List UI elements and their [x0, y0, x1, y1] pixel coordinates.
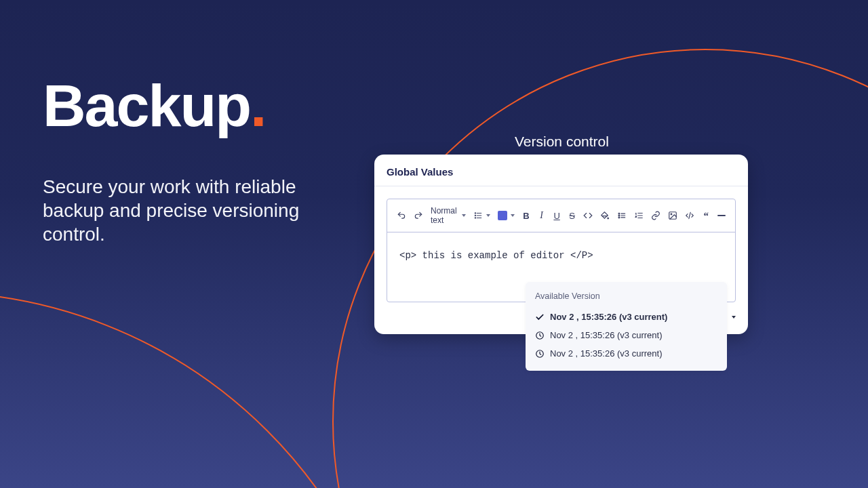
color-swatch — [498, 211, 507, 220]
headline: Backup. — [43, 71, 265, 140]
version-item[interactable]: Nov 2 , 15:35:26 (v3 current) — [535, 326, 717, 344]
link-icon[interactable] — [651, 210, 660, 221]
subheadline: Secure your work with reliable backup an… — [43, 175, 334, 246]
version-item[interactable]: Nov 2 , 15:35:26 (v3 current) — [535, 344, 717, 363]
horizontal-rule-button[interactable] — [717, 210, 726, 221]
numbered-list-button[interactable] — [634, 210, 644, 221]
headline-dot: . — [250, 72, 265, 139]
version-item-current[interactable]: Nov 2 , 15:35:26 (v3 current) — [535, 308, 717, 326]
svg-point-5 — [475, 218, 476, 218]
color-picker[interactable] — [498, 211, 515, 220]
chevron-down-icon — [732, 316, 736, 319]
card-divider — [374, 186, 748, 186]
editor-card: Global Values Normal text — [374, 155, 748, 334]
version-item-label: Nov 2 , 15:35:26 (v3 current) — [550, 348, 662, 359]
code-block-icon[interactable] — [685, 210, 694, 221]
editor-toolbar: Normal text B I U S — [387, 199, 735, 232]
text-style-dropdown[interactable]: Normal text — [431, 206, 466, 225]
strikethrough-button[interactable]: S — [568, 210, 576, 221]
version-popover: Available Version Nov 2 , 15:35:26 (v3 c… — [526, 282, 727, 371]
version-popover-title: Available Version — [535, 291, 717, 301]
chevron-down-icon — [462, 214, 466, 217]
decorative-arc-bottom — [0, 291, 407, 488]
paint-bucket-icon[interactable] — [600, 210, 610, 221]
headline-text: Backup — [43, 72, 250, 139]
svg-point-6 — [608, 218, 609, 219]
code-inline-button[interactable] — [583, 210, 593, 221]
svg-point-3 — [475, 213, 476, 214]
chevron-down-icon — [511, 214, 515, 217]
clock-icon — [535, 349, 545, 359]
marketing-slide: Backup. Secure your work with reliable b… — [0, 0, 868, 488]
text-style-label: Normal text — [431, 206, 458, 225]
svg-point-7 — [618, 213, 620, 214]
svg-line-18 — [689, 212, 690, 218]
check-icon — [535, 312, 545, 322]
clock-icon — [535, 331, 545, 340]
undo-icon[interactable] — [397, 210, 406, 221]
version-item-label: Nov 2 , 15:35:26 (v3 current) — [550, 312, 667, 322]
image-icon[interactable] — [668, 210, 677, 221]
underline-button[interactable]: U — [553, 210, 561, 221]
card-title: Global Values — [374, 155, 748, 186]
svg-point-9 — [618, 217, 620, 218]
rich-text-editor: Normal text B I U S — [387, 199, 736, 302]
redo-icon[interactable] — [414, 210, 423, 221]
svg-point-4 — [475, 215, 476, 216]
svg-point-8 — [618, 215, 620, 216]
blockquote-icon[interactable]: “ — [702, 210, 710, 221]
bullet-list-button[interactable] — [617, 210, 627, 221]
italic-button[interactable]: I — [538, 210, 546, 221]
version-item-label: Nov 2 , 15:35:26 (v3 current) — [550, 330, 662, 340]
bold-button[interactable]: B — [522, 210, 530, 221]
list-style-dropdown[interactable] — [473, 211, 490, 220]
chevron-down-icon — [486, 214, 490, 217]
panel-label: Version control — [515, 134, 609, 150]
svg-point-17 — [671, 214, 673, 215]
